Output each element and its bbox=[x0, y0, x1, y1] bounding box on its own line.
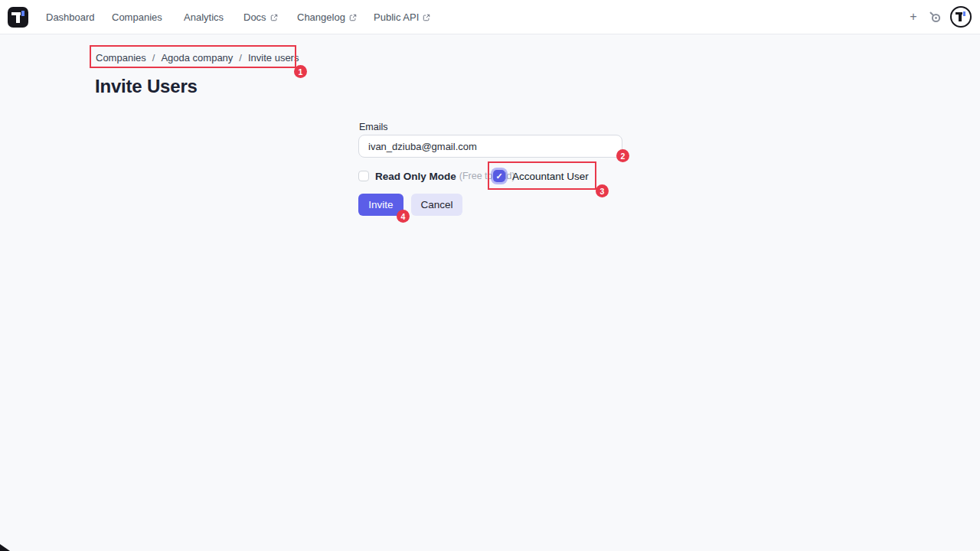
user-avatar[interactable] bbox=[950, 6, 972, 28]
top-navigation-bar: Dashboard Companies Analytics Docs Chang… bbox=[0, 0, 980, 34]
read-only-mode-checkbox[interactable] bbox=[358, 171, 369, 181]
cancel-button[interactable]: Cancel bbox=[411, 194, 462, 216]
annotation-badge-1: 1 bbox=[294, 65, 307, 78]
emails-label: Emails bbox=[359, 122, 388, 132]
checkmark-icon: ✓ bbox=[495, 171, 502, 181]
brand-logo-accent bbox=[21, 11, 24, 16]
breadcrumb: Companies / Agoda company / Invite users bbox=[96, 51, 299, 64]
external-link-icon bbox=[423, 14, 430, 21]
nav-item-public-api[interactable]: Public API bbox=[374, 0, 430, 34]
brand-logo[interactable] bbox=[8, 7, 28, 28]
avatar-logo-accent bbox=[963, 11, 965, 16]
read-only-mode-label[interactable]: Read Only Mode bbox=[375, 171, 456, 182]
brand-logo-shape bbox=[16, 12, 20, 23]
invite-button[interactable]: Invite bbox=[358, 194, 403, 216]
breadcrumb-item-invite-users[interactable]: Invite users bbox=[248, 52, 299, 64]
nav-item-analytics[interactable]: Analytics bbox=[184, 0, 224, 34]
breadcrumb-item-agoda-company[interactable]: Agoda company bbox=[161, 52, 233, 64]
accountant-user-row: ✓ Accountant User bbox=[493, 168, 589, 184]
plus-icon[interactable]: + bbox=[905, 8, 922, 25]
accountant-user-checkbox[interactable]: ✓ bbox=[493, 170, 505, 182]
read-only-mode-row: Read Only Mode (Free to Add) bbox=[358, 169, 515, 183]
emails-input[interactable] bbox=[358, 135, 622, 158]
nav-item-dashboard[interactable]: Dashboard bbox=[46, 0, 95, 34]
page-title: Invite Users bbox=[95, 76, 198, 97]
breadcrumb-separator: / bbox=[152, 52, 155, 64]
external-link-icon bbox=[349, 14, 357, 21]
annotation-badge-3: 3 bbox=[596, 184, 609, 197]
avatar-logo-shape bbox=[959, 12, 962, 21]
search-icon[interactable] bbox=[928, 10, 942, 24]
external-link-icon bbox=[270, 14, 278, 21]
corner-artifact bbox=[0, 544, 10, 551]
breadcrumb-item-companies[interactable]: Companies bbox=[96, 52, 146, 64]
nav-item-docs[interactable]: Docs bbox=[243, 0, 278, 34]
nav-item-companies[interactable]: Companies bbox=[112, 0, 162, 34]
accountant-user-label[interactable]: Accountant User bbox=[512, 171, 589, 182]
nav-item-changelog[interactable]: Changelog bbox=[297, 0, 357, 34]
breadcrumb-separator: / bbox=[239, 52, 242, 64]
